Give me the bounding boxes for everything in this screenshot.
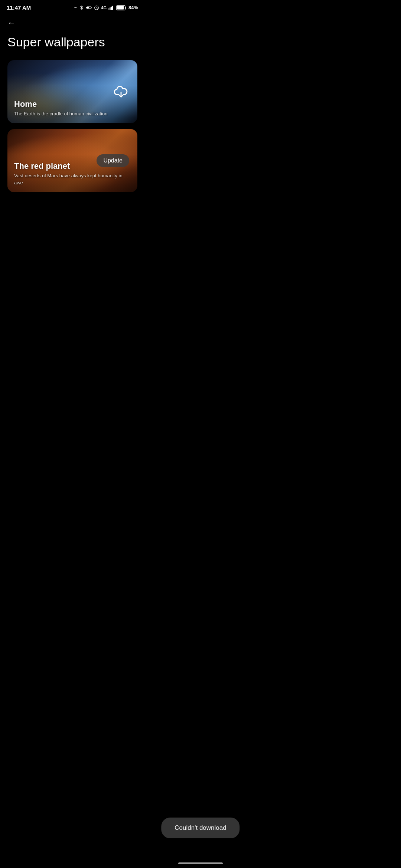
status-bar: 11:47 AM ··· 4G	[0, 0, 145, 13]
back-button[interactable]: ←	[7, 18, 16, 28]
earth-card[interactable]: Home The Earth is the cradle of human ci…	[7, 60, 137, 123]
mars-update-badge[interactable]: Update	[97, 154, 129, 167]
battery-percent: 84%	[128, 5, 138, 10]
svg-rect-2	[108, 8, 110, 10]
status-icons: ··· 4G	[74, 5, 138, 10]
wallpaper-cards: Home The Earth is the cradle of human ci…	[0, 60, 145, 192]
dots-icon: ···	[74, 5, 77, 10]
mars-card[interactable]: The red planet Vast deserts of Mars have…	[7, 129, 137, 192]
alarm-icon	[94, 5, 99, 10]
svg-rect-8	[125, 7, 126, 9]
svg-rect-5	[112, 6, 113, 10]
signal-icon	[108, 5, 114, 10]
svg-rect-1	[87, 7, 89, 9]
svg-rect-7	[117, 6, 124, 9]
page-title: Super wallpapers	[7, 34, 137, 50]
status-time: 11:47 AM	[7, 4, 31, 11]
bluetooth-icon	[79, 5, 84, 10]
svg-rect-3	[110, 7, 111, 10]
svg-rect-4	[111, 6, 112, 10]
earth-download-icon[interactable]	[113, 83, 129, 100]
earth-card-desc: The Earth is the cradle of human civiliz…	[14, 111, 131, 117]
battery-icon	[116, 5, 127, 10]
earth-card-title: Home	[14, 99, 131, 109]
back-arrow-icon: ←	[7, 18, 16, 28]
headset-icon	[86, 5, 92, 10]
network-label: 4G	[101, 6, 107, 10]
mars-card-desc: Vast deserts of Mars have always kept hu…	[14, 172, 131, 186]
